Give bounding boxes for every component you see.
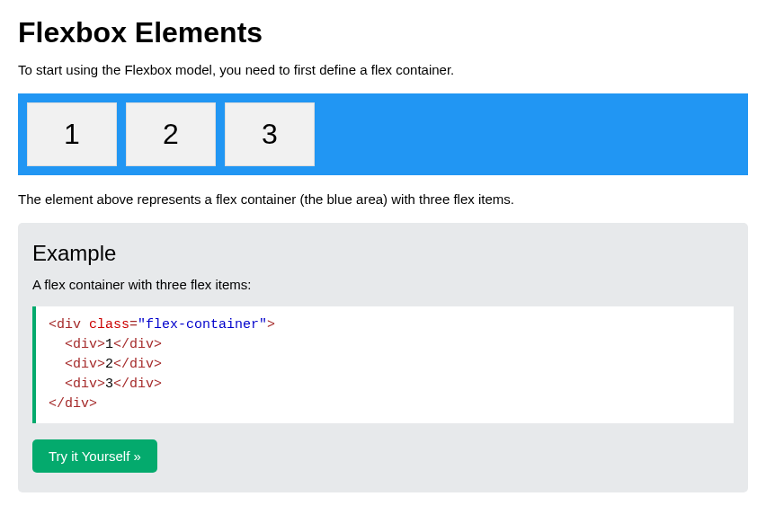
- intro-text: To start using the Flexbox model, you ne…: [18, 62, 748, 77]
- flex-item: 1: [27, 102, 117, 166]
- example-section: Example A flex container with three flex…: [18, 223, 748, 492]
- example-title: Example: [32, 241, 734, 266]
- page-heading: Flexbox Elements: [18, 16, 748, 49]
- try-it-button[interactable]: Try it Yourself »: [32, 439, 157, 473]
- code-block: <div class="flex-container"> <div>1</div…: [32, 306, 734, 423]
- description-text: The element above represents a flex cont…: [18, 191, 748, 207]
- flex-container-demo: 1 2 3: [18, 93, 748, 175]
- example-subtitle: A flex container with three flex items:: [32, 277, 734, 292]
- flex-item: 3: [225, 102, 315, 166]
- flex-item: 2: [126, 102, 216, 166]
